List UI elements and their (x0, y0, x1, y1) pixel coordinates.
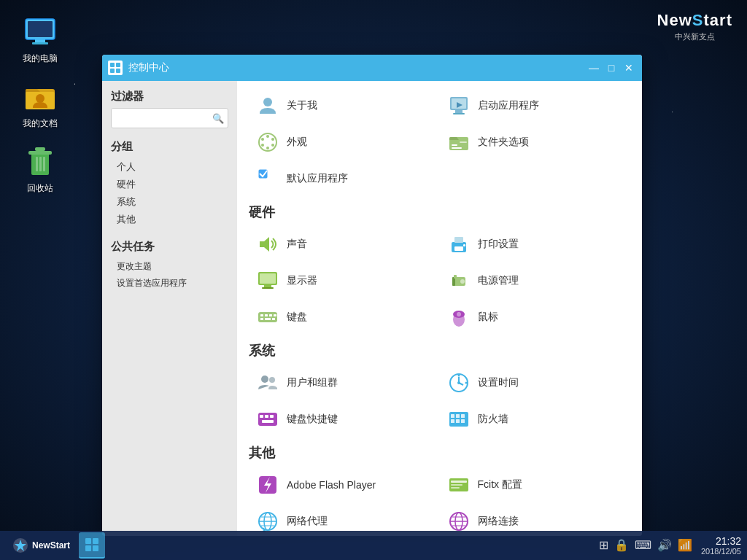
time-icon (447, 371, 471, 394)
task-set-default-apps[interactable]: 设置首选应用程序 (111, 275, 228, 292)
keyboard-taskbar-icon[interactable]: ⌨ (635, 538, 651, 552)
svg-rect-3 (32, 42, 48, 44)
svg-rect-55 (274, 314, 276, 316)
search-wrap: 🔍 (111, 108, 228, 128)
item-default-apps[interactable]: 默认应用程序 (249, 161, 440, 196)
svg-rect-9 (39, 157, 42, 171)
filter-label: 过滤器 (111, 90, 228, 104)
item-label: 用户和组群 (287, 376, 338, 389)
item-label: 鼠标 (478, 311, 498, 324)
sidebar: 过滤器 🔍 分组 个人 硬件 系统 其他 公共任务 更改主题 设置首选应用程序 (102, 81, 237, 536)
item-file-options[interactable]: 文件夹选项 (440, 125, 631, 160)
titlebar-title: 控制中心 (128, 61, 587, 74)
taskbar-clock[interactable]: 21:32 2018/12/05 (701, 535, 741, 556)
minimize-button[interactable]: — (587, 61, 601, 75)
item-users[interactable]: 用户和组群 (249, 365, 440, 400)
item-label: 文件夹选项 (478, 136, 529, 149)
svg-rect-16 (116, 69, 120, 73)
task-change-theme[interactable]: 更改主题 (111, 258, 228, 275)
desktop-icons: 我的电脑 我的文档 (15, 15, 66, 195)
taskbar-start-label: NewStart (32, 540, 70, 551)
svg-rect-11 (28, 151, 52, 155)
network-taskbar-icon[interactable]: 📶 (678, 538, 692, 552)
item-datetime[interactable]: 设置时间 (440, 365, 631, 400)
svg-rect-78 (456, 419, 460, 423)
item-label: 电源管理 (478, 274, 519, 287)
volume-icon[interactable]: 🔊 (657, 538, 672, 552)
svg-rect-42 (264, 285, 271, 287)
main-content: 关于我 启动应用程序 (237, 81, 642, 536)
item-flash[interactable]: Adobe Flash Player (249, 467, 440, 502)
group-item-personal[interactable]: 个人 (111, 158, 228, 176)
group-item-system[interactable]: 系统 (111, 193, 228, 211)
item-keyboard-shortcuts[interactable]: 键盘快捷键 (249, 402, 440, 437)
group-label: 分组 (111, 140, 228, 154)
hardware-title: 硬件 (249, 203, 630, 221)
svg-rect-2 (35, 39, 45, 42)
svg-rect-13 (110, 63, 115, 67)
power-icon (447, 269, 471, 292)
window-body: 过滤器 🔍 分组 个人 硬件 系统 其他 公共任务 更改主题 设置首选应用程序 (102, 81, 642, 536)
svg-rect-111 (85, 545, 91, 551)
firewall-icon (447, 408, 471, 431)
svg-point-47 (460, 279, 465, 284)
item-about-me[interactable]: 关于我 (249, 88, 440, 123)
svg-rect-48 (258, 312, 277, 322)
item-print[interactable]: 打印设置 (440, 227, 631, 262)
search-input[interactable] (111, 108, 228, 128)
item-label: 关于我 (287, 99, 317, 112)
maximize-button[interactable]: □ (604, 61, 619, 75)
svg-point-6 (36, 94, 44, 103)
taskbar-start-button[interactable]: NewStart (6, 534, 76, 557)
svg-rect-39 (463, 244, 465, 246)
users-icon (256, 371, 279, 394)
item-keyboard[interactable]: 键盘 (249, 300, 440, 335)
svg-rect-71 (270, 415, 274, 418)
desktop-icon-recycle-bin[interactable]: 回收站 (15, 144, 66, 195)
item-sound[interactable]: 声音 (249, 227, 440, 262)
startup-icon (447, 94, 471, 117)
item-fcitx[interactable]: Fcitx 配置 (440, 467, 631, 502)
svg-point-24 (266, 135, 269, 138)
item-mouse[interactable]: 鼠标 (440, 300, 631, 335)
desktop-icon-my-documents[interactable]: 我的文档 (15, 79, 66, 130)
hardware-items: 声音 打印设置 (249, 227, 630, 335)
svg-point-65 (457, 381, 460, 384)
titlebar: 控制中心 — □ ✕ (102, 55, 642, 81)
svg-point-67 (465, 382, 467, 384)
taskbar-control-center-app[interactable] (79, 532, 105, 559)
item-label: 网络连接 (478, 515, 519, 528)
folder-icon (447, 131, 471, 154)
group-item-other[interactable]: 其他 (111, 211, 228, 228)
lock-icon[interactable]: 🔒 (614, 538, 629, 552)
svg-rect-83 (451, 481, 467, 483)
item-label: Fcitx 配置 (478, 478, 522, 491)
other-title: 其他 (249, 444, 630, 462)
item-label: 键盘 (287, 311, 307, 324)
system-items: 用户和组群 设置 (249, 365, 630, 437)
titlebar-buttons: — □ ✕ (587, 61, 636, 75)
svg-point-17 (263, 98, 272, 106)
item-label: 显示器 (287, 274, 317, 287)
svg-point-61 (269, 377, 275, 383)
group-item-hardware[interactable]: 硬件 (111, 176, 228, 193)
desktop-icon-my-computer[interactable]: 我的电脑 (15, 15, 66, 65)
close-button[interactable]: ✕ (622, 61, 636, 75)
svg-rect-12 (35, 147, 45, 151)
item-display[interactable]: 显示器 (249, 263, 440, 298)
item-firewall[interactable]: 防火墙 (440, 402, 631, 437)
item-power[interactable]: 电源管理 (440, 263, 631, 298)
sound-icon (256, 233, 279, 256)
item-startup-apps[interactable]: 启动应用程序 (440, 88, 631, 123)
other-items: Adobe Flash Player Fcitx 配置 (249, 467, 630, 536)
svg-rect-77 (451, 419, 454, 423)
personal-items: 关于我 启动应用程序 (249, 88, 630, 196)
item-appearance[interactable]: 外观 (249, 125, 440, 160)
proxy-icon (256, 510, 279, 533)
display-taskbar-icon[interactable]: ⊞ (599, 538, 608, 552)
svg-rect-53 (265, 318, 271, 320)
clock-date: 2018/12/05 (701, 547, 741, 556)
desktop-icon-label: 回收站 (27, 182, 53, 195)
svg-point-29 (261, 138, 264, 141)
taskbar-right: ⊞ 🔒 ⌨ 🔊 📶 21:32 2018/12/05 (599, 535, 741, 556)
